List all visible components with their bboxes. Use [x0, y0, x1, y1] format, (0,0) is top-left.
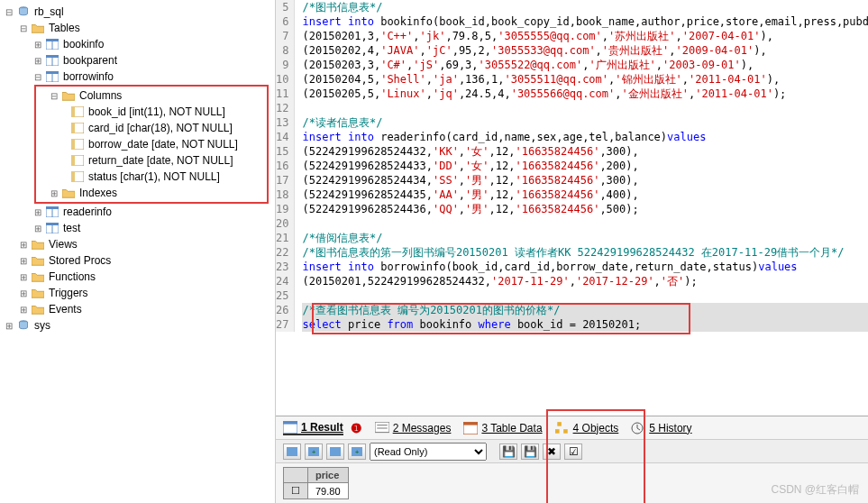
columns-node[interactable]: ⊟ Columns: [36, 87, 267, 104]
expand-icon[interactable]: ⊞: [32, 206, 43, 217]
grid-icon: [283, 421, 297, 434]
tab-messages[interactable]: 2 Messages: [375, 422, 452, 434]
folder-icon: [31, 270, 45, 283]
objects-icon: [555, 422, 570, 434]
expand-icon[interactable]: ⊞: [32, 39, 43, 50]
tabledata-icon: [463, 422, 478, 434]
tab-history[interactable]: 5 History: [631, 422, 691, 434]
table-icon: [45, 70, 59, 83]
toolbar-button[interactable]: 💾: [499, 444, 517, 460]
sql-editor[interactable]: 5678910111213141516171819202122232425262…: [276, 0, 868, 332]
collapse-icon[interactable]: ⊟: [49, 90, 59, 101]
tab-label: 5 History: [649, 422, 691, 434]
events-node[interactable]: ⊞ Events: [0, 301, 275, 317]
collapse-icon[interactable]: ⊟: [32, 71, 43, 82]
collapse-icon[interactable]: ⊟: [4, 6, 14, 17]
folder-icon: [31, 238, 45, 251]
functions-node[interactable]: ⊞ Functions: [0, 269, 275, 285]
column-borrowdate[interactable]: borrow_date [date, NOT NULL]: [36, 136, 267, 152]
svg-rect-34: [557, 422, 562, 426]
table-readerinfo[interactable]: ⊞ readerinfo: [0, 204, 275, 220]
db-node-sys[interactable]: ⊞ sys: [0, 317, 275, 334]
grid-cell-price[interactable]: 79.80: [308, 483, 349, 499]
column-icon: [70, 105, 85, 118]
toolbar-button[interactable]: [326, 444, 344, 460]
svg-rect-11: [71, 106, 75, 117]
svg-rect-29: [375, 422, 389, 432]
toolbar-button[interactable]: ☑: [564, 444, 582, 460]
tab-result[interactable]: 1 Result: [283, 421, 343, 435]
folder-icon: [61, 187, 76, 199]
svg-rect-19: [71, 171, 75, 182]
column-status[interactable]: status [char(1), NOT NULL]: [36, 169, 267, 185]
tables-node[interactable]: ⊟ Tables: [0, 20, 275, 36]
functions-label: Functions: [49, 270, 96, 283]
svg-rect-15: [71, 139, 75, 150]
indexes-node[interactable]: ⊞ Indexes: [36, 185, 267, 201]
svg-rect-28: [283, 421, 297, 424]
tables-label: Tables: [49, 22, 80, 34]
columns-label: Columns: [79, 89, 122, 102]
watermark: CSDN @红客白帽: [771, 482, 859, 498]
folder-icon: [61, 89, 76, 102]
tab-label: 4 Objects: [573, 422, 619, 434]
toolbar-button[interactable]: +: [305, 444, 323, 460]
folder-icon: [31, 22, 45, 34]
views-node[interactable]: ⊞ Views: [0, 236, 275, 252]
storedprocs-node[interactable]: ⊞ Stored Procs: [0, 252, 275, 269]
toolbar-button[interactable]: [283, 444, 301, 460]
expand-icon[interactable]: ⊞: [18, 271, 29, 282]
svg-rect-41: [330, 447, 341, 456]
column-label: status [char(1), NOT NULL]: [88, 170, 220, 183]
table-test[interactable]: ⊞ test: [0, 220, 275, 236]
expand-icon[interactable]: ⊞: [32, 223, 43, 233]
tab-tabledata[interactable]: 3 Table Data: [463, 422, 542, 434]
table-bookinfo[interactable]: ⊞ bookinfo: [0, 36, 275, 52]
svg-rect-17: [71, 155, 75, 166]
column-returndate[interactable]: return_date [date, NOT NULL]: [36, 152, 267, 169]
toolbar-button[interactable]: 💾: [521, 444, 539, 460]
folder-icon: [31, 254, 45, 267]
column-label: card_id [char(18), NOT NULL]: [88, 122, 233, 134]
expand-icon[interactable]: ⊞: [4, 320, 14, 331]
toolbar-button[interactable]: +: [348, 444, 366, 460]
tab-label: 2 Messages: [393, 422, 452, 434]
code-content[interactable]: /*图书信息表*/insert into bookinfo(book_id,bo…: [295, 0, 868, 332]
expand-icon[interactable]: ⊞: [18, 304, 29, 315]
triggers-node[interactable]: ⊞ Triggers: [0, 285, 275, 301]
table-borrowinfo[interactable]: ⊟ borrowinfo: [0, 69, 275, 85]
expand-icon[interactable]: ⊞: [18, 239, 29, 250]
result-grid[interactable]: price ☐79.80: [283, 467, 349, 499]
database-icon: [16, 319, 31, 332]
table-bookparent[interactable]: ⊞ bookparent: [0, 52, 275, 69]
folder-icon: [31, 287, 45, 299]
collapse-icon[interactable]: ⊟: [18, 23, 29, 33]
column-icon: [70, 154, 85, 167]
svg-text:+: +: [312, 448, 316, 456]
row-selector-header[interactable]: [284, 468, 308, 483]
row-selector[interactable]: ☐: [284, 483, 308, 499]
db-node-rbsql[interactable]: ⊟ rb_sql: [0, 4, 275, 20]
database-tree: ⊟ rb_sql ⊟ Tables ⊞ bookinfo ⊞ bookparen…: [0, 0, 276, 503]
toolbar-button[interactable]: ✖: [543, 444, 561, 460]
indexes-label: Indexes: [79, 187, 117, 199]
expand-icon[interactable]: ⊞: [32, 55, 43, 66]
expand-icon[interactable]: ⊞: [49, 187, 59, 198]
column-bookid[interactable]: book_id [int(11), NOT NULL]: [36, 104, 267, 120]
table-label: readerinfo: [63, 206, 112, 218]
readonly-select[interactable]: (Read Only): [370, 443, 487, 461]
database-icon: [16, 5, 31, 18]
folder-icon: [31, 303, 45, 316]
svg-rect-13: [71, 123, 75, 133]
tab-objects[interactable]: 4 Objects: [555, 422, 619, 434]
grid-header-price[interactable]: price: [308, 468, 349, 483]
column-label: book_id [int(11), NOT NULL]: [88, 105, 225, 118]
column-cardid[interactable]: card_id [char(18), NOT NULL]: [36, 120, 267, 136]
error-icon: ❶: [351, 421, 362, 435]
history-icon: [631, 422, 645, 434]
svg-rect-36: [563, 429, 568, 434]
expand-icon[interactable]: ⊞: [18, 255, 29, 266]
events-label: Events: [49, 303, 82, 316]
table-icon: [45, 38, 59, 50]
expand-icon[interactable]: ⊞: [18, 288, 29, 298]
